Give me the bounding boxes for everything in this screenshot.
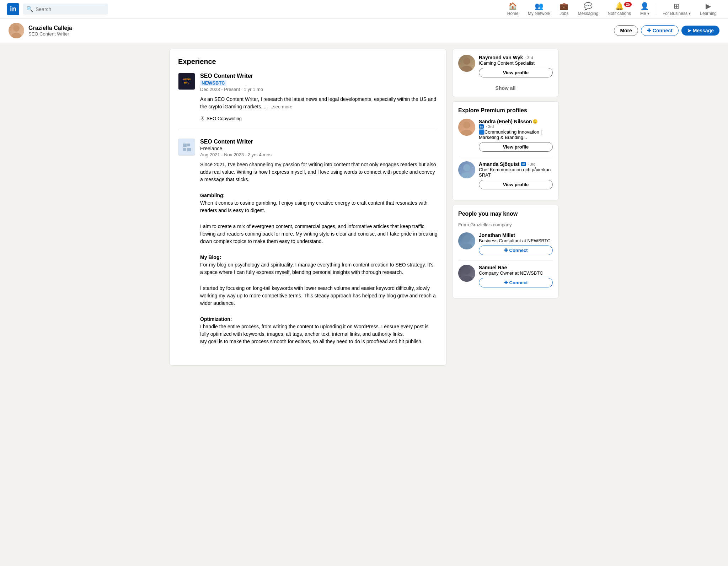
nav-item-me[interactable]: 👤 Me ▾: [636, 0, 654, 18]
more-button[interactable]: More: [614, 25, 638, 36]
nav-item-notifications[interactable]: 🔔 25 Notifications: [604, 0, 635, 18]
nav-item-learning[interactable]: ▶ Learning: [696, 0, 721, 18]
search-input[interactable]: [36, 6, 105, 12]
home-icon: 🏠: [508, 2, 517, 10]
jonathan-title: Business Consultant at NEWSBTC: [479, 238, 553, 243]
raymond-view-profile-button[interactable]: View profile: [479, 68, 553, 77]
profile-bar: Graziella Calleja SEO Content Writer Mor…: [0, 18, 728, 43]
people-know-title: People you may know: [458, 211, 553, 217]
svg-point-11: [461, 172, 472, 178]
jobs-icon: 💼: [560, 2, 568, 10]
newsbtc-skill: ⛨ SEO Copywriting: [200, 115, 242, 121]
notifications-icon: 🔔: [615, 2, 624, 10]
jonathan-avatar: [458, 232, 475, 249]
svg-point-12: [463, 235, 470, 242]
search-icon: 🔍: [26, 6, 33, 12]
svg-point-8: [463, 122, 470, 129]
amanda-name: Amanda Sjöquist: [479, 161, 519, 167]
jonathan-info: Jonathan Millet Business Consultant at N…: [479, 232, 553, 255]
sidebar-person-sandra: Sandra (Eneh) Nilsson 🙂 in · 3rd 🟦Commun…: [458, 119, 553, 152]
show-all-link[interactable]: Show all: [458, 82, 553, 91]
nav-item-notifications-label: Notifications: [608, 11, 631, 16]
me-icon: 👤: [640, 2, 649, 10]
experience-item-newsbtc: NEWSBTC SEO Content Writer NEWSBTC Dec 2…: [178, 73, 438, 130]
profile-title: SEO Content Writer: [28, 31, 610, 37]
newsbtc-skill-label: SEO Copywriting: [207, 116, 242, 121]
premium-profiles-card: Explore Premium profiles Sandra (Eneh) N…: [452, 101, 559, 200]
samuel-connect-button[interactable]: ✚ Connect: [479, 278, 553, 287]
for-business-icon: ⊞: [674, 2, 680, 10]
amanda-avatar: [458, 161, 475, 178]
sandra-degree: · 3rd: [486, 124, 494, 129]
amanda-info: Amanda Sjöquist in · 3rd Chef Kommunikat…: [479, 161, 553, 189]
freelance-para-6: Optimization:I handle the entire process…: [200, 316, 438, 345]
freelance-para-3: I aim to create a mix of evergreen conte…: [200, 223, 438, 245]
sidebar-person-samuel: Samuel Rae Company Owner at NEWSBTC ✚ Co…: [458, 265, 553, 287]
sidebar-person-jonathan: Jonathan Millet Business Consultant at N…: [458, 232, 553, 255]
experience-item-freelance: SEO Content Writer Freelance Aug 2021 - …: [178, 139, 438, 357]
svg-point-13: [461, 243, 472, 249]
nav-item-my-network-label: My Network: [528, 11, 550, 16]
raymond-avatar: [458, 55, 475, 72]
svg-point-15: [461, 276, 472, 282]
sandra-view-profile-button[interactable]: View profile: [479, 142, 553, 152]
samuel-title: Company Owner at NEWSBTC: [479, 270, 553, 276]
my-network-icon: 👥: [535, 2, 544, 10]
amanda-title: Chef Kommunikation och påverkan SRAT: [479, 167, 553, 178]
profile-actions: More ✚ Connect ➤ Message: [614, 25, 719, 36]
sidebar: Raymond van Wyk · 3rd iGaming Content Sp…: [452, 49, 559, 366]
content-panel: Experience NEWSBTC SEO Content Writer NE…: [169, 49, 446, 366]
nav-items: 🏠 Home 👥 My Network 💼 Jobs 💬 Messaging 🔔…: [503, 0, 721, 18]
nav-item-jobs[interactable]: 💼 Jobs: [555, 0, 573, 18]
newsbtc-description: As an SEO Content Writer, I research the…: [200, 96, 438, 110]
newsbtc-dates: Dec 2023 - Present · 1 yr 1 mo: [200, 87, 438, 92]
message-label: Message: [693, 28, 714, 33]
main-layout: Experience NEWSBTC SEO Content Writer NE…: [164, 49, 564, 366]
learning-icon: ▶: [706, 2, 711, 10]
also-viewed-card: Raymond van Wyk · 3rd iGaming Content Sp…: [452, 49, 559, 97]
freelance-para-1: Since 2021, I've been channeling my pass…: [200, 161, 438, 183]
sidebar-divider-2: [458, 260, 553, 260]
newsbtc-see-more[interactable]: ...see more: [269, 104, 293, 109]
amanda-view-profile-button[interactable]: View profile: [479, 180, 553, 189]
message-button[interactable]: ➤ Message: [681, 26, 719, 36]
linkedin-logo[interactable]: in: [7, 3, 19, 15]
nav-item-my-network[interactable]: 👥 My Network: [524, 0, 555, 18]
svg-point-9: [461, 130, 472, 136]
sidebar-person-amanda: Amanda Sjöquist in · 3rd Chef Kommunikat…: [458, 161, 553, 189]
jonathan-name: Jonathan Millet: [479, 232, 553, 238]
svg-rect-4: [183, 148, 186, 151]
nav-item-home-label: Home: [507, 11, 519, 16]
nav-item-jobs-label: Jobs: [560, 11, 568, 16]
search-bar[interactable]: 🔍: [23, 4, 108, 15]
nav-item-home[interactable]: 🏠 Home: [503, 0, 523, 18]
freelance-para-4: My Blog:For my blog on psychology and sp…: [200, 254, 438, 276]
amanda-linkedin-badge: in: [521, 162, 526, 166]
connect-plus-icon-samuel: ✚: [504, 280, 508, 285]
amanda-degree: · 3rd: [528, 162, 535, 166]
notifications-badge: 25: [624, 2, 632, 7]
svg-point-7: [461, 66, 472, 72]
samuel-avatar: [458, 265, 475, 282]
svg-point-0: [13, 25, 20, 32]
newsbtc-body: SEO Content Writer NEWSBTC Dec 2023 - Pr…: [200, 73, 438, 121]
profile-name: Graziella Calleja: [28, 25, 610, 31]
nav-item-for-business-label: For Business ▾: [663, 11, 691, 16]
samuel-info: Samuel Rae Company Owner at NEWSBTC ✚ Co…: [479, 265, 553, 287]
experience-title: Experience: [178, 58, 438, 66]
messaging-icon: 💬: [584, 2, 593, 10]
freelance-para-2: Gambling:When it comes to casino gamblin…: [200, 192, 438, 214]
svg-point-14: [463, 268, 470, 275]
raymond-name: Raymond van Wyk: [479, 55, 523, 60]
freelance-logo: [178, 139, 195, 156]
nav-item-messaging[interactable]: 💬 Messaging: [574, 0, 603, 18]
newsbtc-desc-text: As an SEO Content Writer, I research the…: [200, 96, 436, 109]
newsbtc-company[interactable]: NEWSBTC: [200, 80, 226, 86]
connect-button[interactable]: ✚ Connect: [641, 25, 679, 36]
profile-bar-info: Graziella Calleja SEO Content Writer: [28, 25, 610, 37]
jonathan-connect-button[interactable]: ✚ Connect: [479, 246, 553, 255]
sandra-title: 🟦Communicating Innovation | Marketing & …: [479, 129, 553, 140]
samuel-name: Samuel Rae: [479, 265, 553, 270]
nav-item-for-business[interactable]: ⊞ For Business ▾: [658, 0, 695, 18]
message-icon: ➤: [687, 28, 691, 33]
